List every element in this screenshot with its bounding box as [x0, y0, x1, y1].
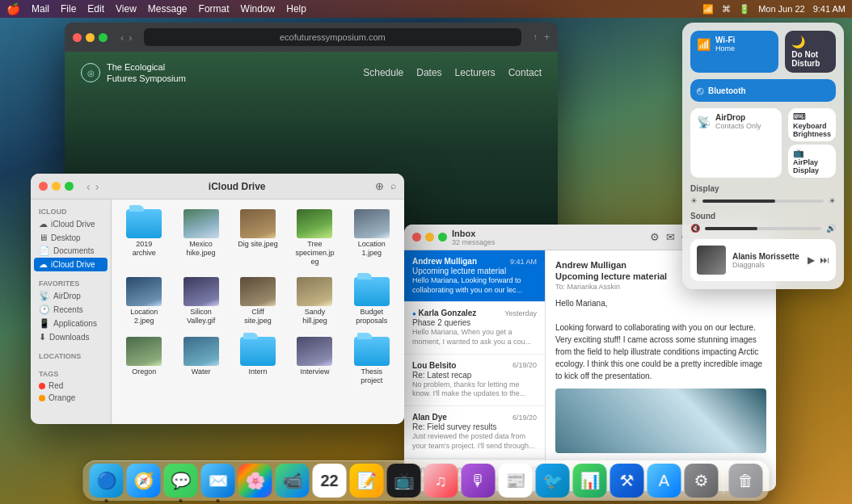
finder-file-item[interactable]: Intern [232, 334, 284, 388]
mail-list-item[interactable]: Lou Belsito 6/19/20 Re: Latest recap No … [404, 355, 545, 406]
finder-back-icon[interactable]: ‹ [86, 180, 91, 193]
finder-file-item[interactable]: Sandy hill.jpeg [289, 274, 340, 329]
cc-row-2: ⎋ Bluetooth [690, 79, 836, 102]
mail-list-item[interactable]: Andrew Mulligan 9:41 AM Upcoming lecture… [404, 250, 545, 302]
finder-file-item[interactable]: Thesis project [346, 334, 398, 388]
browser-share-icon[interactable]: ↑ [533, 32, 538, 43]
mail-settings-icon[interactable]: ⚙ [650, 231, 660, 243]
menu-help[interactable]: Help [286, 3, 306, 15]
sidebar-item-tag-orange[interactable]: Orange [34, 392, 108, 404]
finder-file-item[interactable]: Silicon Valley.gif [175, 274, 226, 329]
finder-search-icon[interactable]: ⌕ [390, 180, 396, 192]
finder-file-item[interactable]: Interview [289, 334, 340, 388]
mail-maximize-button[interactable] [438, 233, 447, 242]
finder-file-item[interactable]: Cliff site.jpeg [232, 274, 284, 329]
mail-minimize-button[interactable] [425, 233, 434, 242]
sidebar-item-documents[interactable]: 📄 Documents [34, 244, 108, 258]
nav-dates[interactable]: Dates [416, 67, 441, 78]
sidebar-item-recents[interactable]: 🕐 Recents [34, 303, 108, 317]
menu-mail[interactable]: Mail [32, 3, 49, 15]
image-thumb [240, 277, 276, 306]
image-thumb [183, 277, 219, 306]
dock-item-music[interactable]: ♫ [424, 464, 458, 498]
browser-forward-icon[interactable]: › [129, 32, 132, 44]
cc-keyboard-brightness-tile[interactable]: ⌨ Keyboard Brightness [788, 108, 836, 141]
dock-item-news[interactable]: 📰 [499, 464, 533, 498]
cc-display-slider[interactable] [702, 200, 824, 203]
dock-item-numbers[interactable]: 📊 [573, 464, 607, 498]
finder-file-item[interactable]: Tree specimen.jpeg [289, 206, 340, 269]
menu-file[interactable]: File [61, 3, 76, 15]
dock-item-photos[interactable]: 🌸 [238, 464, 272, 498]
sidebar-item-tag-red[interactable]: Red [34, 380, 108, 392]
finder-file-item[interactable]: Dig site.jpeg [232, 206, 284, 269]
mail-close-button[interactable] [412, 233, 421, 242]
cc-play-icon[interactable]: ▶ [808, 254, 815, 266]
dock-item-apple-tv[interactable]: 📺 [387, 464, 421, 498]
nav-schedule[interactable]: Schedule [363, 67, 403, 78]
menu-window[interactable]: Window [241, 3, 276, 15]
finder-maximize-button[interactable] [65, 182, 74, 191]
finder-minimize-button[interactable] [52, 182, 61, 191]
browser-maximize-button[interactable] [99, 33, 108, 42]
finder-action-icon[interactable]: ⊕ [375, 180, 384, 192]
dock-item-trash[interactable]: 🗑 [729, 464, 763, 498]
dock-item-safari[interactable]: 🧭 [127, 464, 161, 498]
nav-contact[interactable]: Contact [508, 67, 542, 78]
mail-detail-image-content [555, 388, 766, 453]
finder-forward-icon[interactable]: › [95, 180, 99, 193]
browser-close-button[interactable] [73, 33, 82, 42]
browser-back-icon[interactable]: ‹ [120, 32, 124, 44]
finder-file-item[interactable]: Oregon [118, 334, 170, 388]
cc-wifi-label: Wi-Fi [715, 36, 735, 44]
finder-file-item[interactable]: Water [175, 334, 226, 388]
cc-wifi-tile[interactable]: 📶 Wi-Fi Home [690, 31, 778, 73]
sidebar-item-airdrop[interactable]: 📡 AirDrop [34, 289, 108, 303]
menu-format[interactable]: Format [199, 3, 230, 15]
nav-lecturers[interactable]: Lecturers [455, 67, 496, 78]
mail-list-item[interactable]: Alan Dye 6/19/20 Re: Field survey result… [404, 406, 545, 458]
finder-locations-section: Locations [34, 351, 108, 362]
cc-dnd-tile[interactable]: 🌙 Do Not Disturb [785, 31, 836, 73]
sidebar-item-icloud-drive-active[interactable]: ☁ iCloud Drive [34, 258, 108, 271]
browser-tab-add-icon[interactable]: + [544, 32, 550, 43]
cc-airplay-display-tile[interactable]: 📺 AirPlay Display [788, 145, 836, 178]
browser-nav-links: Schedule Dates Lecturers Contact [363, 67, 542, 78]
dock-item-app-store[interactable]: A [647, 464, 681, 498]
mail-list-item[interactable]: ● Karla Gonzalez Yesterday Phase 2 queri… [404, 302, 545, 354]
cc-bluetooth-tile[interactable]: ⎋ Bluetooth [690, 79, 836, 102]
menu-message[interactable]: Message [148, 3, 188, 15]
dock-item-settings[interactable]: ⚙ [685, 464, 719, 498]
finder-file-item[interactable]: Budget proposals [346, 274, 398, 329]
apple-menu[interactable]: 🍎 [6, 2, 20, 15]
sidebar-item-applications[interactable]: 📱 Applications [34, 317, 108, 330]
cc-sound-slider[interactable] [705, 227, 821, 230]
dock-item-finder[interactable]: 🔵 [90, 464, 124, 498]
sidebar-label-tag-red: Red [49, 381, 63, 390]
dock-item-podcasts[interactable]: 🎙 [462, 464, 496, 498]
finder-file-item[interactable]: 2019 archive [118, 206, 170, 269]
sidebar-item-desktop[interactable]: 🖥 Desktop [34, 231, 108, 244]
finder-file-item[interactable]: Location 2.jpeg [118, 274, 170, 329]
dock-item-tw[interactable]: 🐦 [536, 464, 570, 498]
browser-minimize-button[interactable] [86, 33, 95, 42]
sidebar-item-icloud-drive[interactable]: ☁ iCloud Drive [34, 217, 108, 231]
sidebar-item-downloads[interactable]: ⬇ Downloads [34, 330, 108, 344]
dock-item-mail[interactable]: ✉️ [201, 464, 235, 498]
image-thumb [297, 337, 332, 366]
menu-view[interactable]: View [116, 3, 137, 15]
dock-item-calendar[interactable]: 22 [313, 464, 347, 498]
finder-file-item[interactable]: Mexico hike.jpeg [175, 206, 226, 269]
menu-edit[interactable]: Edit [87, 3, 104, 15]
cc-skip-icon[interactable]: ⏭ [820, 254, 829, 266]
dock-item-facetime[interactable]: 📹 [276, 464, 310, 498]
cc-airdrop-tile[interactable]: 📡 AirDrop Contacts Only [690, 108, 782, 178]
finder-file-label: Interview [300, 368, 329, 376]
browser-url-bar[interactable]: ecofuturessymposium.com [144, 28, 521, 46]
dock-item-notes[interactable]: 📝 [350, 464, 384, 498]
finder-close-button[interactable] [39, 182, 48, 191]
dock-item-messages[interactable]: 💬 [164, 464, 198, 498]
dock-item-xcode[interactable]: ⚒ [610, 464, 644, 498]
mail-compose-icon[interactable]: ✉ [666, 231, 675, 243]
finder-file-item[interactable]: Location 1.jpeg [346, 206, 398, 269]
